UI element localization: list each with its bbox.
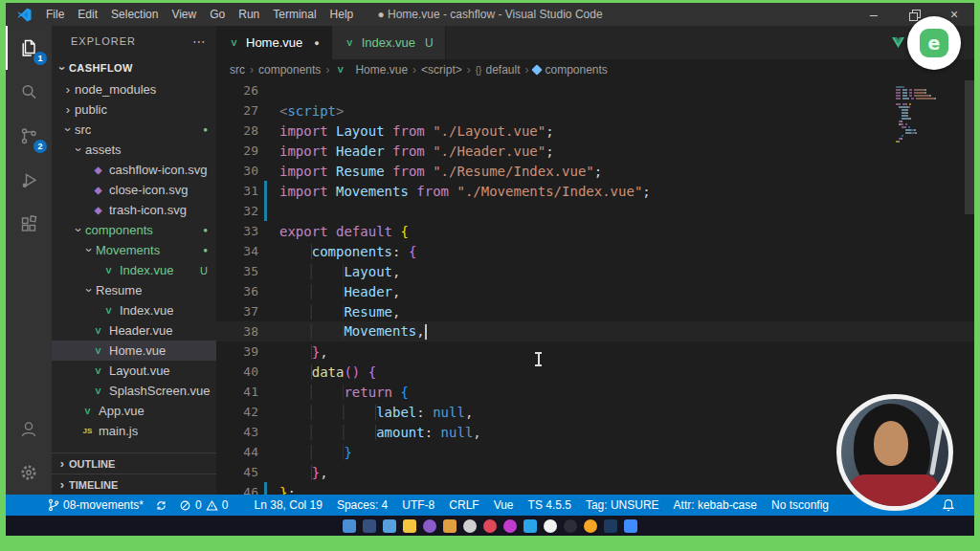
tree-item-layout-vue[interactable]: VLayout.vue: [52, 361, 216, 381]
status-utf-8[interactable]: UTF-8: [402, 498, 434, 512]
breadcrumb-components[interactable]: components: [533, 63, 607, 77]
editor-scrollbar[interactable]: [965, 80, 974, 214]
code-line-33[interactable]: 33export default {: [216, 221, 974, 241]
vue-extension-icon[interactable]: [891, 36, 905, 49]
code-line-31[interactable]: 31import Movements from "./Movements/Ind…: [216, 181, 974, 201]
status-problems[interactable]: 0 0: [179, 498, 228, 512]
taskbar-app-icon-2[interactable]: [363, 519, 376, 533]
status-sync-button[interactable]: [155, 499, 167, 512]
taskbar-app-icon-14[interactable]: [604, 519, 617, 533]
status-ts-4-5-5[interactable]: TS 4.5.5: [528, 498, 571, 512]
code-line-40[interactable]: 40 data() {: [216, 362, 974, 382]
tree-item-node-modules[interactable]: ›node_modules: [52, 79, 216, 99]
status-no-tsconfig[interactable]: No tsconfig: [771, 498, 829, 512]
breadcrumb-home-vue[interactable]: VHome.vue: [334, 63, 408, 77]
menu-edit[interactable]: Edit: [71, 3, 104, 26]
minimap[interactable]: [896, 83, 963, 143]
code-line-28[interactable]: 28import Layout from "./Layout.vue";: [216, 121, 974, 141]
taskbar-app-icon-11[interactable]: [544, 519, 557, 533]
activity-source-control-button[interactable]: 2: [6, 114, 52, 158]
taskbar-app-icon-4[interactable]: [403, 519, 416, 533]
status-git-branch[interactable]: 08-movements*: [48, 498, 144, 512]
breadcrumb-src[interactable]: src: [230, 63, 245, 77]
activity-run-debug-button[interactable]: [6, 158, 52, 202]
tree-item-header-vue[interactable]: VHeader.vue: [52, 320, 216, 341]
taskbar-app-icon-5[interactable]: [423, 519, 436, 533]
code-text: }: [258, 445, 352, 460]
tree-item-close-icon-svg[interactable]: ◆close-icon.svg: [52, 180, 216, 200]
tree-item-trash-icon-svg[interactable]: ◆trash-icon.svg: [52, 200, 216, 220]
code-line-32[interactable]: 32: [216, 201, 974, 221]
tree-item-splashscreen-vue[interactable]: VSplashScreen.vue: [52, 381, 216, 401]
minimize-button[interactable]: –: [854, 3, 894, 26]
taskbar-app-icon-15[interactable]: [624, 519, 637, 533]
tab-index-vue[interactable]: VIndex.vueU: [332, 26, 446, 59]
chevron-right-icon: ›: [61, 102, 75, 117]
code-line-38[interactable]: 38 Movements,: [216, 321, 974, 342]
section-cashflow[interactable]: › CASHFLOW: [52, 56, 216, 79]
breadcrumb-default[interactable]: {}default: [476, 63, 521, 77]
code-line-26[interactable]: 26: [216, 80, 974, 100]
code-line-34[interactable]: 34 components: {: [216, 241, 974, 261]
taskbar-app-icon-3[interactable]: [383, 519, 396, 533]
code-line-35[interactable]: 35 Layout,: [216, 261, 974, 281]
taskbar-app-icon-10[interactable]: [523, 519, 537, 533]
code-line-39[interactable]: 39 },: [216, 342, 974, 362]
chevron-right-icon: ›: [56, 477, 69, 492]
code-line-37[interactable]: 37 Resume,: [216, 301, 974, 321]
tree-item-src[interactable]: ›src●: [52, 120, 216, 140]
tree-item-home-vue[interactable]: VHome.vue: [52, 341, 216, 361]
tree-item-index-vue[interactable]: VIndex.vueU: [52, 260, 216, 280]
vue-file-icon: V: [228, 38, 240, 48]
tree-item-app-vue[interactable]: VApp.vue: [52, 401, 216, 421]
taskbar-app-icon-13[interactable]: [584, 519, 597, 533]
status-spaces-4[interactable]: Spaces: 4: [337, 498, 388, 512]
menu-run[interactable]: Run: [232, 3, 266, 26]
menu-selection[interactable]: Selection: [104, 3, 165, 26]
taskbar-app-icon-6[interactable]: [443, 519, 457, 533]
menu-file[interactable]: File: [39, 3, 71, 26]
taskbar-app-icon-7[interactable]: [463, 519, 477, 533]
activity-settings-button[interactable]: [6, 451, 52, 495]
activity-extensions-button[interactable]: [6, 202, 52, 246]
tree-item-public[interactable]: ›public: [52, 99, 216, 120]
tree-item-cashflow-icon-svg[interactable]: ◆cashflow-icon.svg: [52, 160, 216, 180]
taskbar-app-icon-8[interactable]: [483, 519, 497, 533]
tree-item-index-vue[interactable]: VIndex.vue: [52, 300, 216, 320]
status-tag-unsure[interactable]: Tag: UNSURE: [586, 498, 659, 512]
status-ln-38-col-19[interactable]: Ln 38, Col 19: [255, 498, 323, 512]
code-text: import Resume from "./Resume/Index.vue";: [258, 164, 602, 179]
taskbar-app-icon-12[interactable]: [564, 519, 577, 533]
tree-item-components[interactable]: ›components●: [52, 220, 216, 240]
line-number: 33: [216, 224, 258, 238]
menu-view[interactable]: View: [165, 3, 203, 26]
breadcrumb-components[interactable]: components: [258, 63, 321, 77]
code-line-36[interactable]: 36 Header,: [216, 281, 974, 301]
tree-item-resume[interactable]: ›Resume: [52, 280, 216, 300]
code-line-41[interactable]: 41 return {: [216, 382, 974, 402]
status-vue[interactable]: Vue: [494, 498, 514, 512]
notifications-button[interactable]: [942, 495, 955, 516]
activity-explorer-button[interactable]: 1: [6, 26, 52, 70]
code-line-30[interactable]: 30import Resume from "./Resume/Index.vue…: [216, 161, 974, 181]
tree-item-assets[interactable]: ›assets: [52, 140, 216, 160]
chevron-down-icon: ›: [82, 244, 97, 257]
status-crlf[interactable]: CRLF: [449, 498, 479, 512]
status-attr-kebab-case[interactable]: Attr: kebab-case: [674, 498, 757, 512]
menu-terminal[interactable]: Terminal: [266, 3, 323, 26]
activity-account-button[interactable]: [6, 407, 52, 451]
tree-item-main-js[interactable]: JSmain.js: [52, 421, 216, 441]
more-actions-icon[interactable]: ⋯: [192, 33, 207, 49]
section-outline[interactable]: ›OUTLINE: [52, 452, 216, 474]
taskbar-app-icon-9[interactable]: [503, 519, 517, 533]
code-line-29[interactable]: 29import Header from "./Header.vue";: [216, 141, 974, 161]
tree-item-movements[interactable]: ›Movements●: [52, 240, 216, 260]
activity-search-button[interactable]: [6, 70, 52, 114]
menu-go[interactable]: Go: [203, 3, 232, 26]
breadcrumb-script[interactable]: <script>: [421, 63, 462, 77]
section-timeline[interactable]: ›TIMELINE: [52, 474, 216, 495]
tab-home-vue[interactable]: VHome.vue●: [216, 26, 332, 59]
taskbar-app-icon-1[interactable]: [343, 519, 356, 533]
code-line-27[interactable]: 27<script>: [216, 100, 974, 121]
menu-help[interactable]: Help: [323, 3, 361, 26]
